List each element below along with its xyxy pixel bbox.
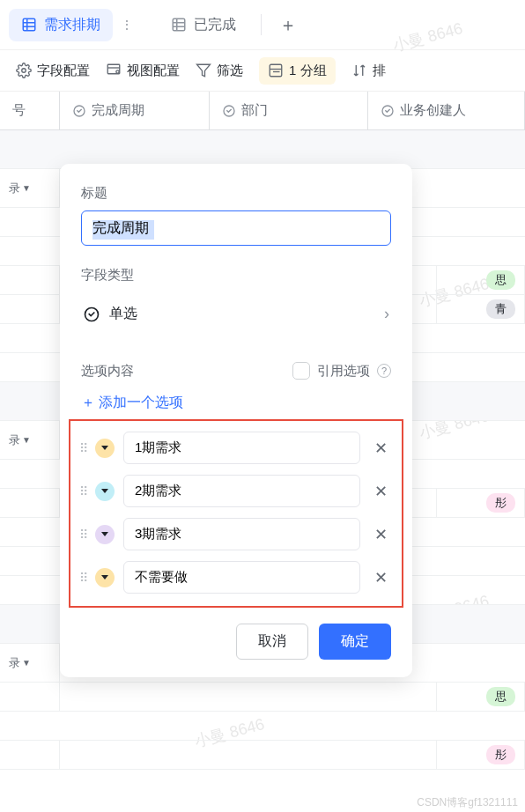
user-badge: 彤 bbox=[486, 493, 515, 513]
tool-label: 筛选 bbox=[217, 63, 243, 79]
column-creator[interactable]: 业务创建人 bbox=[368, 92, 525, 129]
option-input[interactable] bbox=[123, 518, 360, 550]
svg-rect-0 bbox=[23, 18, 35, 31]
option-row: ⠿ ✕ bbox=[79, 518, 393, 550]
field-config-button[interactable]: 字段配置 bbox=[16, 63, 90, 79]
gear-icon bbox=[16, 63, 32, 78]
single-select-icon bbox=[83, 306, 100, 323]
option-row: ⠿ ✕ bbox=[79, 561, 393, 594]
user-badge: 思 bbox=[486, 270, 515, 290]
remove-option-icon[interactable]: ✕ bbox=[369, 525, 393, 544]
tab-completed[interactable]: 已完成 bbox=[159, 9, 248, 41]
svg-rect-4 bbox=[173, 18, 185, 31]
option-input[interactable] bbox=[123, 432, 360, 464]
remove-option-icon[interactable]: ✕ bbox=[369, 439, 393, 458]
svg-rect-9 bbox=[107, 64, 120, 74]
field-type-value: 单选 bbox=[109, 305, 137, 323]
user-badge: 彤 bbox=[486, 745, 515, 764]
tool-label: 字段配置 bbox=[37, 63, 90, 79]
confirm-button[interactable]: 确定 bbox=[319, 624, 391, 660]
chevron-right-icon: › bbox=[384, 305, 389, 323]
tabs-bar: 需求排期 ⋮ 已完成 ＋ bbox=[0, 0, 525, 49]
svg-point-11 bbox=[116, 70, 119, 73]
group-icon bbox=[268, 63, 284, 78]
grid-icon bbox=[171, 17, 187, 33]
csdn-watermark: CSDN博客gf1321111 bbox=[417, 795, 518, 810]
col-label: 业务创建人 bbox=[400, 102, 466, 119]
option-row: ⠿ ✕ bbox=[79, 432, 393, 464]
help-icon[interactable]: ? bbox=[377, 364, 391, 378]
tab-demand-schedule[interactable]: 需求排期 bbox=[9, 9, 113, 41]
ref-label: 引用选项 bbox=[317, 363, 370, 380]
record-dropdown[interactable]: 录▼ bbox=[0, 169, 60, 207]
tab-label: 已完成 bbox=[194, 16, 236, 34]
option-color-picker[interactable] bbox=[95, 482, 115, 501]
popover-footer: 取消 确定 bbox=[81, 624, 391, 660]
title-label: 标题 bbox=[81, 185, 391, 202]
column-sequence[interactable]: 号 bbox=[0, 92, 60, 129]
svg-point-8 bbox=[22, 69, 26, 73]
filter-button[interactable]: 筛选 bbox=[196, 63, 243, 79]
field-type-selector[interactable]: 单选 › bbox=[81, 292, 391, 336]
col-label: 完成周期 bbox=[92, 102, 144, 119]
drag-handle-icon[interactable]: ⠿ bbox=[79, 528, 86, 542]
user-badge: 青 bbox=[486, 299, 515, 319]
option-color-picker[interactable] bbox=[95, 568, 115, 587]
option-input[interactable] bbox=[123, 561, 360, 594]
option-row: ⠿ ✕ bbox=[79, 475, 393, 507]
reference-options-toggle[interactable]: 引用选项 ? bbox=[292, 362, 391, 380]
cancel-button[interactable]: 取消 bbox=[236, 624, 308, 660]
option-color-picker[interactable] bbox=[95, 525, 115, 544]
checkbox[interactable] bbox=[292, 362, 310, 380]
column-dept[interactable]: 部门 bbox=[210, 92, 368, 129]
user-badge: 思 bbox=[486, 687, 515, 706]
single-select-icon bbox=[222, 104, 236, 118]
tool-label: 排 bbox=[373, 63, 386, 79]
tab-more-icon[interactable]: ⋮ bbox=[116, 18, 137, 32]
remove-option-icon[interactable]: ✕ bbox=[369, 482, 393, 501]
title-input[interactable] bbox=[81, 210, 391, 246]
field-config-popover: 标题 字段类型 单选 › 选项内容 引用选项 ? ＋ 添加一个选项 ⠿ ✕ ⠿ bbox=[60, 164, 412, 677]
filter-icon bbox=[196, 63, 211, 78]
toolbar: 字段配置 视图配置 筛选 1 分组 排 bbox=[0, 49, 525, 92]
drag-handle-icon[interactable]: ⠿ bbox=[79, 441, 86, 455]
col-label: 号 bbox=[12, 102, 26, 119]
option-color-picker[interactable] bbox=[95, 439, 115, 458]
field-type-label: 字段类型 bbox=[81, 267, 391, 284]
single-select-icon bbox=[72, 104, 86, 118]
add-tab-icon[interactable]: ＋ bbox=[274, 8, 302, 42]
single-select-icon bbox=[381, 104, 395, 118]
drag-handle-icon[interactable]: ⠿ bbox=[79, 571, 86, 585]
options-label: 选项内容 bbox=[81, 363, 134, 380]
options-highlighted-box: ⠿ ✕ ⠿ ✕ ⠿ ✕ ⠿ ✕ bbox=[69, 419, 403, 608]
remove-option-icon[interactable]: ✕ bbox=[369, 568, 393, 587]
table-header: 号 完成周期 部门 业务创建人 bbox=[0, 92, 525, 130]
plus-icon: ＋ bbox=[81, 394, 95, 412]
layout-icon bbox=[106, 63, 122, 78]
option-input[interactable] bbox=[123, 475, 360, 507]
grid-icon bbox=[21, 17, 37, 33]
col-label: 部门 bbox=[241, 102, 268, 119]
record-dropdown[interactable]: 录▼ bbox=[0, 644, 60, 682]
divider bbox=[261, 14, 262, 35]
record-dropdown[interactable]: 录▼ bbox=[0, 421, 60, 459]
group-button[interactable]: 1 分组 bbox=[259, 57, 336, 85]
drag-handle-icon[interactable]: ⠿ bbox=[79, 484, 86, 498]
sort-icon bbox=[351, 63, 367, 78]
tool-label: 视图配置 bbox=[127, 63, 180, 79]
svg-marker-12 bbox=[197, 64, 211, 77]
sort-button[interactable]: 排 bbox=[351, 63, 386, 79]
tool-label: 1 分组 bbox=[289, 63, 327, 79]
view-config-button[interactable]: 视图配置 bbox=[106, 63, 180, 79]
svg-rect-13 bbox=[270, 64, 282, 77]
tab-label: 需求排期 bbox=[44, 16, 100, 34]
column-cycle[interactable]: 完成周期 bbox=[60, 92, 210, 129]
add-option-button[interactable]: ＋ 添加一个选项 bbox=[81, 394, 391, 412]
